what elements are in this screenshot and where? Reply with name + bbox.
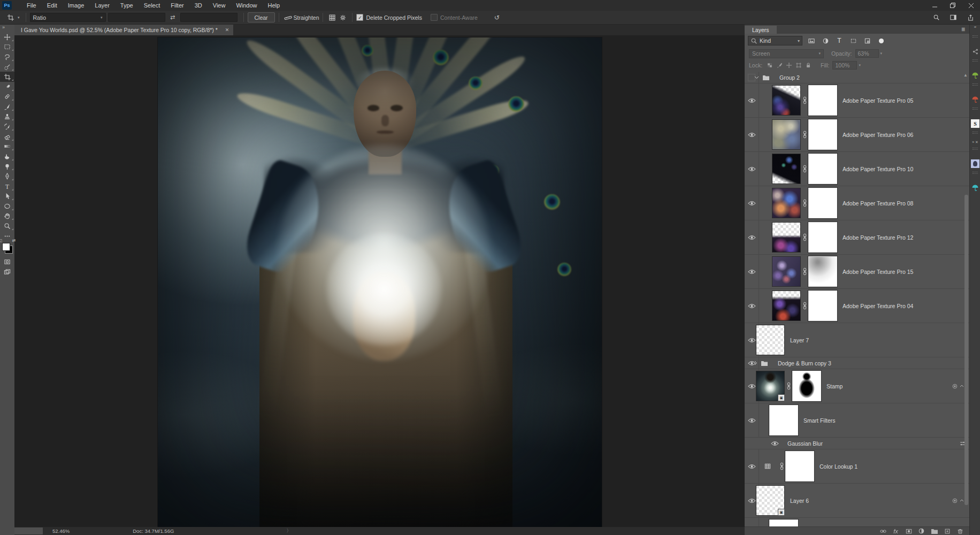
layer-mask-thumbnail[interactable] bbox=[785, 451, 814, 482]
share-icon[interactable] bbox=[965, 13, 976, 22]
layer-mask-thumbnail[interactable] bbox=[808, 256, 837, 287]
mask-link-icon[interactable] bbox=[778, 462, 785, 470]
layer-mask-thumbnail[interactable] bbox=[808, 154, 837, 184]
layer-mask-thumbnail[interactable] bbox=[808, 119, 837, 150]
clone-stamp-tool[interactable] bbox=[0, 112, 14, 122]
smudge-tool[interactable] bbox=[0, 151, 14, 162]
crop-settings-gear-icon[interactable] bbox=[338, 13, 348, 22]
eraser-tool[interactable] bbox=[0, 132, 14, 142]
menu-layer[interactable]: Layer bbox=[89, 1, 115, 10]
dock-subpanel-header[interactable]: » ✕ bbox=[972, 140, 978, 144]
canvas-image[interactable] bbox=[158, 37, 602, 527]
layer-row[interactable]: Adobe Paper Texture Pro 04 bbox=[745, 289, 969, 323]
crop-tool[interactable] bbox=[0, 72, 14, 82]
foreground-color-swatch[interactable] bbox=[2, 243, 10, 251]
layer-name[interactable]: Smart Filters bbox=[803, 417, 836, 424]
layer-name[interactable]: Adobe Paper Texture Pro 04 bbox=[843, 303, 913, 309]
workspace-switcher-icon[interactable] bbox=[948, 13, 959, 22]
layer-row[interactable]: Adobe Paper Texture Pro 08 bbox=[745, 186, 969, 220]
filter-adjustment-layers-icon[interactable] bbox=[821, 36, 830, 45]
layer-thumbnail[interactable] bbox=[772, 256, 801, 287]
layer-thumbnail[interactable] bbox=[772, 119, 801, 150]
layer-thumbnail[interactable] bbox=[772, 222, 801, 253]
reset-tool-icon[interactable]: ↺ bbox=[492, 13, 502, 22]
mask-link-icon[interactable] bbox=[801, 96, 808, 104]
layer-group-row[interactable]: Dodge & Burn copy 3 bbox=[745, 357, 969, 369]
layer-row[interactable]: ▣Stamp bbox=[745, 369, 969, 403]
add-layer-mask-icon[interactable] bbox=[905, 528, 913, 534]
shape-tool[interactable] bbox=[0, 201, 14, 211]
filter-kind-select[interactable]: Kind ▾ bbox=[748, 36, 802, 45]
eyedropper-tool[interactable] bbox=[0, 82, 14, 92]
layer-mask-thumbnail[interactable] bbox=[792, 371, 821, 401]
layer-mask-thumbnail[interactable] bbox=[808, 188, 837, 218]
lock-transparency-icon[interactable] bbox=[765, 62, 774, 70]
move-tool[interactable] bbox=[0, 32, 14, 42]
visibility-toggle[interactable] bbox=[745, 186, 759, 220]
menu-type[interactable]: Type bbox=[115, 1, 139, 10]
layer-style-fx-icon[interactable]: fx bbox=[892, 528, 900, 534]
lock-all-icon[interactable] bbox=[804, 62, 813, 70]
mask-link-icon[interactable] bbox=[801, 131, 808, 139]
visibility-toggle[interactable] bbox=[745, 118, 759, 151]
layer-name[interactable]: Group 2 bbox=[779, 74, 800, 81]
default-colors-icon[interactable]: ◱ bbox=[0, 239, 2, 243]
opacity-field[interactable]: 63% bbox=[855, 49, 879, 58]
mask-link-icon[interactable] bbox=[801, 233, 808, 241]
visibility-toggle[interactable] bbox=[745, 403, 759, 437]
plugin-fly-tile-icon[interactable] bbox=[970, 159, 980, 169]
plugin-umbrella-green-icon[interactable] bbox=[970, 71, 980, 80]
visibility-toggle[interactable] bbox=[745, 152, 759, 186]
dock-collapse-chevron[interactable]: « bbox=[974, 25, 976, 32]
layer-thumbnail[interactable] bbox=[772, 85, 801, 116]
straighten-icon[interactable] bbox=[283, 13, 294, 22]
visibility-toggle[interactable] bbox=[745, 255, 759, 288]
menu-filter[interactable]: Filter bbox=[165, 1, 189, 10]
minimize-button[interactable] bbox=[925, 0, 944, 11]
layer-row[interactable]: Adobe Paper Texture Pro 05 bbox=[745, 83, 969, 118]
quick-selection-tool[interactable] bbox=[0, 62, 14, 72]
switch-colors-icon[interactable]: ⇄ bbox=[12, 238, 16, 243]
menu-file[interactable]: File bbox=[21, 1, 42, 10]
layer-name[interactable]: Adobe Paper Texture Pro 10 bbox=[843, 166, 913, 172]
lock-pixels-icon[interactable] bbox=[775, 62, 784, 70]
layer-row[interactable]: Adobe Paper Texture Pro 15 bbox=[745, 255, 969, 289]
type-tool[interactable]: T bbox=[0, 181, 14, 192]
delete-cropped-pixels-label[interactable]: Delete Cropped Pixels bbox=[366, 14, 422, 21]
hand-tool[interactable] bbox=[0, 211, 14, 221]
filter-type-layers-icon[interactable]: T bbox=[834, 36, 844, 45]
layers-tab[interactable]: Layers bbox=[745, 26, 777, 34]
marquee-tool[interactable] bbox=[0, 42, 14, 52]
layer-group-row[interactable]: Group 2 bbox=[745, 72, 969, 83]
menu-3d[interactable]: 3D bbox=[189, 1, 208, 10]
crop-overlay-icon[interactable] bbox=[327, 13, 338, 22]
lock-position-icon[interactable] bbox=[785, 62, 793, 70]
plugin-s-tile-icon[interactable]: S bbox=[970, 119, 980, 128]
content-aware-checkbox[interactable] bbox=[431, 14, 438, 21]
dodge-tool[interactable] bbox=[0, 162, 14, 172]
layer-name[interactable]: Gaussian Blur bbox=[787, 440, 823, 447]
new-adjustment-layer-icon[interactable] bbox=[917, 528, 925, 534]
new-layer-icon[interactable] bbox=[943, 528, 951, 534]
link-layers-icon[interactable] bbox=[879, 528, 887, 534]
panel-menu-icon[interactable]: ≡ bbox=[961, 26, 965, 33]
menu-edit[interactable]: Edit bbox=[42, 1, 63, 10]
current-tool-chip[interactable]: ▾ bbox=[3, 12, 22, 24]
layer-thumbnail[interactable] bbox=[756, 325, 785, 355]
toolbar-collapse-chevron[interactable]: » bbox=[0, 25, 5, 32]
straighten-label[interactable]: Straighten bbox=[294, 14, 319, 21]
layer-thumbnail[interactable] bbox=[772, 188, 801, 218]
swap-dimensions-icon[interactable]: ⇄ bbox=[167, 13, 178, 22]
mask-link-icon[interactable] bbox=[801, 268, 808, 276]
menu-image[interactable]: Image bbox=[63, 1, 90, 10]
pen-tool[interactable] bbox=[0, 171, 14, 181]
restore-button[interactable] bbox=[944, 0, 962, 11]
delete-layer-icon[interactable] bbox=[956, 528, 964, 534]
layer-row[interactable]: Layer 7 bbox=[745, 323, 969, 357]
smart-filter-item-row[interactable]: Gaussian Blur bbox=[745, 438, 969, 449]
layer-row[interactable]: Adobe Paper Texture Pro 10 bbox=[745, 152, 969, 186]
delete-cropped-pixels-checkbox[interactable]: ✓ bbox=[356, 14, 363, 21]
layer-name[interactable]: Layer 6 bbox=[790, 498, 809, 504]
layer-name[interactable]: Color Lookup 1 bbox=[820, 463, 858, 470]
crop-width-input[interactable] bbox=[108, 13, 165, 22]
